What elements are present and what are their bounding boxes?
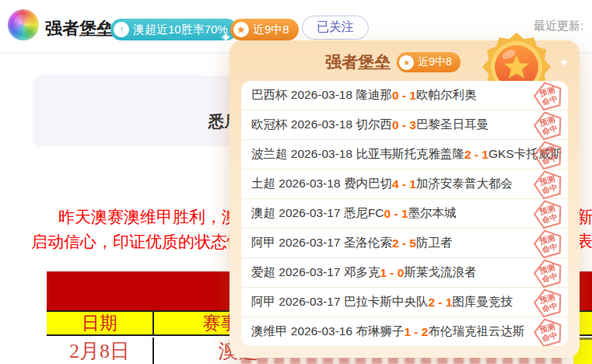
page-title: 强者堡垒 — [45, 17, 114, 40]
match-score: 1 - 0 — [380, 266, 404, 280]
star-icon: ★ — [399, 55, 414, 70]
match-score: 1 - 2 — [404, 325, 428, 339]
match-league-date-home: 巴西杯 2026-03-18 隆迪那 — [251, 87, 392, 103]
obscured-table-text — [241, 357, 568, 364]
prediction-hit-stamp-icon: 预测 命中 — [528, 312, 568, 346]
match-away-team: 斯莱戈流浪者 — [404, 264, 476, 281]
match-score: 2 - 1 — [428, 296, 452, 310]
match-row[interactable]: 土超 2026-03-18 费内巴切4 - 1加济安泰普大都会 预测 命中 — [241, 170, 568, 199]
match-row[interactable]: 巴西杯 2026-03-18 隆迪那0 - 1欧帕尔利奥 预测 命中 — [241, 81, 568, 110]
match-score: 0 - 1 — [392, 89, 416, 103]
match-row[interactable]: 波兰超 2026-03-18 比亚韦斯托克雅盖隆2 - 1GKS卡托威斯 预测 … — [241, 140, 568, 170]
popup-streak-label: 近9中8 — [418, 55, 452, 69]
match-score: 0 - 3 — [392, 118, 416, 132]
match-list: 巴西杯 2026-03-18 隆迪那0 - 1欧帕尔利奥 预测 命中 欧冠杯 2… — [241, 81, 568, 346]
streak-badge: ★ 近9中8 — [230, 19, 299, 40]
match-row[interactable]: 欧冠杯 2026-03-18 切尔西0 - 3巴黎圣日耳曼 预测 命中 — [241, 110, 568, 140]
match-row[interactable]: 阿甲 2026-03-17 巴拉卡斯中央队2 - 1图库曼竞技 预测 命中 — [241, 288, 568, 317]
winrate-badge-label: 澳超近10胜率70% — [133, 23, 228, 37]
popup-title: 强者堡垒 — [325, 51, 391, 73]
match-league-date-home: 阿甲 2026-03-17 圣洛伦索 — [251, 235, 392, 251]
table-cell-date: 2月8日 — [47, 338, 154, 364]
match-score: 2 - 1 — [464, 148, 489, 162]
match-score: 0 - 1 — [384, 207, 408, 221]
match-away-team: 图库曼竞技 — [452, 294, 513, 310]
match-away-team: 布伦瑞克祖云达斯 — [428, 324, 524, 340]
match-row[interactable]: 澳超 2026-03-17 悉尼FC0 - 1墨尔本城 预测 命中 — [241, 199, 568, 229]
match-away-team: 墨尔本城 — [408, 205, 457, 222]
match-row[interactable]: 澳维甲 2026-03-16 布琳狮子1 - 2布伦瑞克祖云达斯 预测 命中 — [241, 317, 568, 346]
match-league-date-home: 波兰超 2026-03-18 比亚韦斯托克雅盖隆 — [251, 146, 464, 163]
match-away-team: 欧帕尔利奥 — [416, 87, 477, 103]
match-away-team: 加济安泰普大都会 — [416, 176, 513, 192]
match-league-date-home: 澳维甲 2026-03-16 布琳狮子 — [251, 324, 404, 340]
prediction-history-popup: ✦ ✦ ✦ 强者堡垒 ★ 近9中8 巴西杯 2026-03-18 隆迪那0 - … — [229, 40, 580, 358]
match-league-date-home: 土超 2026-03-18 费内巴切 — [251, 176, 392, 192]
followed-button[interactable]: 已关注 — [302, 16, 369, 40]
table-header-date: 日期 — [47, 312, 154, 334]
match-away-team: 巴黎圣日耳曼 — [416, 117, 489, 133]
match-row[interactable]: 阿甲 2026-03-17 圣洛伦索2 - 5防卫者 预测 命中 — [241, 229, 568, 258]
match-league-date-home: 阿甲 2026-03-17 巴拉卡斯中央队 — [251, 294, 428, 310]
match-league-date-home: 澳超 2026-03-17 悉尼FC — [251, 205, 384, 222]
sparkle-icon: ✦ — [220, 30, 231, 46]
up-arrow-icon: ↑ — [114, 22, 129, 37]
match-score: 4 - 1 — [392, 177, 416, 191]
match-row[interactable]: 爱超 2026-03-17 邓多克1 - 0斯莱戈流浪者 预测 命中 — [241, 258, 568, 288]
winrate-badge: ↑ 澳超近10胜率70% — [110, 19, 237, 40]
star-icon: ★ — [233, 22, 249, 37]
streak-badge-label: 近9中8 — [253, 23, 289, 37]
match-league-date-home: 欧冠杯 2026-03-18 切尔西 — [251, 117, 392, 133]
avatar[interactable] — [8, 9, 39, 40]
sparkle-icon: ✦ — [544, 92, 551, 102]
popup-streak-badge: ★ 近9中8 — [397, 52, 461, 72]
match-away-team: 防卫者 — [416, 235, 453, 251]
match-score: 2 - 5 — [392, 236, 416, 250]
sparkle-icon: ✦ — [559, 56, 569, 68]
match-league-date-home: 爱超 2026-03-17 邓多克 — [251, 264, 380, 281]
